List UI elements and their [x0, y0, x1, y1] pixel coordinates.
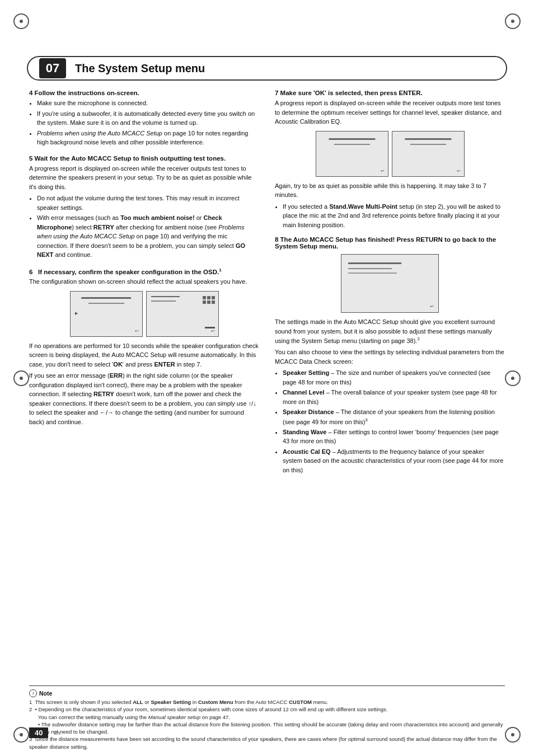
- note-section: ♪ Note 1 This screen is only shown if yo…: [29, 685, 505, 750]
- note-line-1: 1 This screen is only shown if you selec…: [29, 698, 505, 706]
- corner-target-ml: [13, 370, 29, 386]
- corner-target-bl: [13, 727, 29, 743]
- corner-target-mr: [505, 370, 521, 386]
- step7-osd-left: ↩: [316, 131, 388, 177]
- page-number: 40: [29, 727, 48, 738]
- right-column: 7 Make sure 'OK' is selected, then press…: [275, 90, 505, 477]
- step7-bullets: If you selected a Stand.Wave Multi-Point…: [283, 202, 505, 230]
- left-column: 4 Follow the instructions on-screen. Mak…: [29, 90, 259, 477]
- corner-target-tl: [13, 13, 29, 29]
- step6-body: The configuration shown on-screen should…: [29, 277, 259, 287]
- step7-body: A progress report is displayed on-screen…: [275, 98, 505, 126]
- step8-standing-wave: Standing Wave – Filter settings to contr…: [283, 428, 505, 446]
- step8-osd: ↩: [341, 254, 439, 313]
- step5-bullet-2: With error messages (such as Too much am…: [37, 213, 259, 260]
- step8-body2: You can also choose to view the settings…: [275, 348, 505, 366]
- main-content: 4 Follow the instructions on-screen. Mak…: [29, 90, 505, 711]
- corner-target-tr: [505, 13, 521, 29]
- step6-no-ops: If no operations are performed for 10 se…: [29, 341, 259, 369]
- step8-osd-container: ↩: [275, 254, 505, 313]
- note-line-3: You can correct the setting manually usi…: [38, 713, 505, 721]
- step7-osd-container: ↩ ↩: [275, 131, 505, 177]
- chapter-header: 07 The System Setup menu: [27, 56, 507, 81]
- step8-body1: The settings made in the Auto MCACC Setu…: [275, 317, 505, 345]
- step6-osd-container: ▶ ↩ ↩: [29, 291, 259, 337]
- step7-osd-right: ↩: [392, 131, 465, 177]
- step6-osd-left: ▶ ↩: [70, 291, 143, 337]
- step4-bullets: Make sure the microphone is connected. I…: [37, 98, 259, 147]
- step7-quiet: Again, try to be as quiet as possible wh…: [275, 181, 505, 200]
- step5-heading: 5 Wait for the Auto MCACC Setup to finis…: [29, 155, 259, 162]
- step8-speaker-distance: Speaker Distance – The distance of your …: [283, 407, 505, 426]
- step4-bullet-3: Problems when using the Auto MCACC Setup…: [37, 129, 259, 147]
- chapter-title: The System Setup menu: [75, 62, 205, 75]
- note-line-2: 2 • Depending on the characteristics of …: [29, 706, 505, 713]
- step8-acoustic-eq: Acoustic Cal EQ – Adjustments to the fre…: [283, 447, 505, 475]
- corner-target-br: [505, 727, 521, 743]
- page-lang: En: [54, 730, 60, 736]
- step7-standwave: If you selected a Stand.Wave Multi-Point…: [283, 202, 505, 230]
- step8-channel-level: Channel Level – The overall balance of y…: [283, 388, 505, 406]
- two-column-layout: 4 Follow the instructions on-screen. Mak…: [29, 90, 505, 477]
- note-line-4: • The subwoofer distance setting may be …: [38, 721, 505, 736]
- step6-err: If you see an error message (ERR) in the…: [29, 371, 259, 426]
- step5-bullets: Do not adjust the volume during the test…: [37, 194, 259, 260]
- note-line-5: 3 Since the distance measurements have b…: [29, 735, 505, 750]
- step8-heading: 8 The Auto MCACC Setup has finished! Pre…: [275, 236, 505, 250]
- step5-body: A progress report is displayed on-screen…: [29, 164, 259, 192]
- step6-heading: 6 If necessary, confirm the speaker conf…: [29, 267, 259, 275]
- step6-osd-right: ↩: [146, 291, 219, 337]
- step7-heading: 7 Make sure 'OK' is selected, then press…: [275, 90, 505, 96]
- step4-bullet-2: If you're using a subwoofer, it is autom…: [37, 109, 259, 128]
- step8-bullets: Speaker Setting – The size and number of…: [283, 368, 505, 475]
- chapter-number: 07: [39, 58, 66, 78]
- note-icon: ♪: [29, 689, 37, 697]
- step4-heading: 4 Follow the instructions on-screen.: [29, 90, 259, 96]
- step4-bullet-1: Make sure the microphone is connected.: [37, 98, 259, 108]
- step8-speaker-setting: Speaker Setting – The size and number of…: [283, 368, 505, 387]
- note-label: Note: [39, 690, 52, 697]
- page-number-area: 40 En: [29, 727, 60, 738]
- note-header: ♪ Note: [29, 689, 505, 697]
- step5-bullet-1: Do not adjust the volume during the test…: [37, 194, 259, 212]
